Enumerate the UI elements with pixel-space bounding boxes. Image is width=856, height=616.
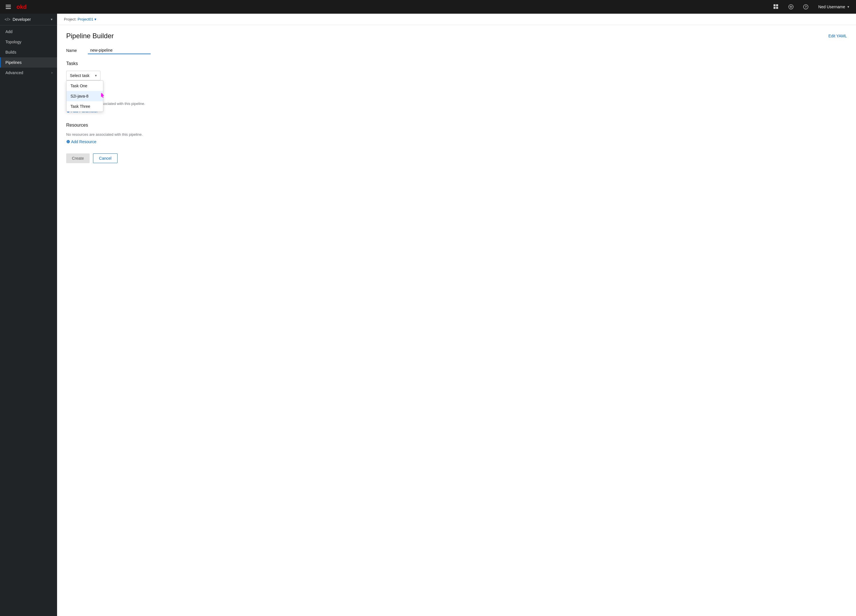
svg-text:?: ?: [805, 5, 807, 9]
developer-icon: </>: [5, 17, 10, 22]
help-icon-button[interactable]: ?: [801, 2, 810, 11]
sidebar-item-add-label: Add: [5, 29, 52, 34]
cancel-button[interactable]: Cancel: [93, 154, 117, 163]
perspective-label: Developer: [12, 17, 49, 22]
add-resource-link[interactable]: ⊕ Add Resource: [66, 139, 97, 144]
no-parameters-text: No parameters are associated with this p…: [66, 101, 847, 106]
select-task-label: Select task: [70, 73, 89, 78]
page-content: Pipeline Builder Edit YAML Name Tasks Se…: [57, 25, 856, 616]
svg-rect-1: [776, 4, 778, 6]
username-label: Ned Username: [818, 5, 845, 9]
tasks-section: Tasks Select task ▾ Task One S2i-java-8 …: [66, 61, 847, 83]
task-dropdown-wrapper: Select task ▾ Task One S2i-java-8 Task T…: [66, 71, 100, 80]
nav-icons-group: ? Ned Username ▾: [771, 2, 851, 11]
parameters-section: Parameters No parameters are associated …: [66, 92, 847, 114]
resources-section: Resources No resources are associated wi…: [66, 123, 847, 144]
parameters-section-title: Parameters: [66, 92, 847, 97]
user-menu-caret-icon: ▾: [847, 5, 849, 9]
question-mark-icon: ?: [803, 4, 808, 9]
sidebar-item-topology-label: Topology: [5, 40, 52, 44]
task-dropdown-menu: Task One S2i-java-8 Task Three: [66, 80, 103, 112]
sidebar-item-topology[interactable]: Topology: [0, 37, 57, 47]
create-button[interactable]: Create: [66, 154, 89, 163]
select-task-button[interactable]: Select task ▾: [66, 71, 100, 80]
name-form-group: Name: [66, 47, 847, 54]
user-menu[interactable]: Ned Username ▾: [816, 3, 851, 10]
grid-icon-button[interactable]: [771, 2, 781, 11]
plus-circle-icon: [788, 4, 793, 9]
project-name-selector[interactable]: Project01 ▾: [78, 17, 97, 22]
main-content: Project: Project01 ▾ Pipeline Builder Ed…: [57, 14, 856, 616]
project-bar: Project: Project01 ▾: [57, 14, 856, 25]
sidebar-item-advanced-label: Advanced: [5, 71, 49, 75]
svg-rect-0: [774, 4, 776, 6]
logo-text: okd: [17, 4, 27, 10]
resources-section-title: Resources: [66, 123, 847, 128]
dropdown-item-s2i-java-8[interactable]: S2i-java-8: [66, 91, 103, 101]
okd-logo: okd: [17, 4, 27, 10]
sidebar: </> Developer ▾ Add Topology Builds Pipe…: [0, 14, 57, 616]
add-icon-button[interactable]: [787, 2, 796, 11]
sidebar-item-pipelines[interactable]: Pipelines: [0, 57, 57, 68]
top-navbar: okd ? Ned Username ▾: [0, 0, 856, 14]
pipeline-name-input[interactable]: [88, 47, 151, 54]
sidebar-item-pipelines-label: Pipelines: [5, 60, 52, 65]
add-resource-plus-icon: ⊕: [66, 139, 70, 144]
grid-icon: [774, 4, 779, 9]
sidebar-nav: Add Topology Builds Pipelines Advanced ›: [0, 25, 57, 78]
name-label: Name: [66, 48, 83, 53]
edit-yaml-link[interactable]: Edit YAML: [828, 34, 847, 38]
dropdown-item-task-one[interactable]: Task One: [66, 81, 103, 91]
advanced-arrow-icon: ›: [51, 71, 52, 75]
add-resource-label: Add Resource: [71, 140, 97, 144]
svg-rect-3: [776, 7, 778, 9]
svg-rect-2: [774, 7, 776, 9]
sidebar-item-add[interactable]: Add: [0, 26, 57, 37]
page-title: Pipeline Builder: [66, 32, 114, 40]
sidebar-item-builds[interactable]: Builds: [0, 47, 57, 57]
tasks-section-title: Tasks: [66, 61, 847, 66]
dropdown-item-task-three[interactable]: Task Three: [66, 101, 103, 112]
hamburger-menu-button[interactable]: [5, 4, 12, 10]
page-header: Pipeline Builder Edit YAML: [66, 32, 847, 40]
perspective-switcher[interactable]: </> Developer ▾: [0, 14, 57, 25]
sidebar-item-advanced[interactable]: Advanced ›: [0, 68, 57, 78]
task-select-caret-icon: ▾: [95, 74, 97, 78]
app-layout: </> Developer ▾ Add Topology Builds Pipe…: [0, 14, 856, 616]
project-name-label: Project01: [78, 17, 93, 22]
project-caret-icon: ▾: [94, 17, 97, 22]
sidebar-item-builds-label: Builds: [5, 50, 52, 54]
no-resources-text: No resources are associated with this pi…: [66, 132, 847, 137]
project-prefix-label: Project:: [64, 17, 77, 22]
perspective-caret-icon: ▾: [51, 17, 52, 22]
action-buttons: Create Cancel: [66, 154, 847, 163]
